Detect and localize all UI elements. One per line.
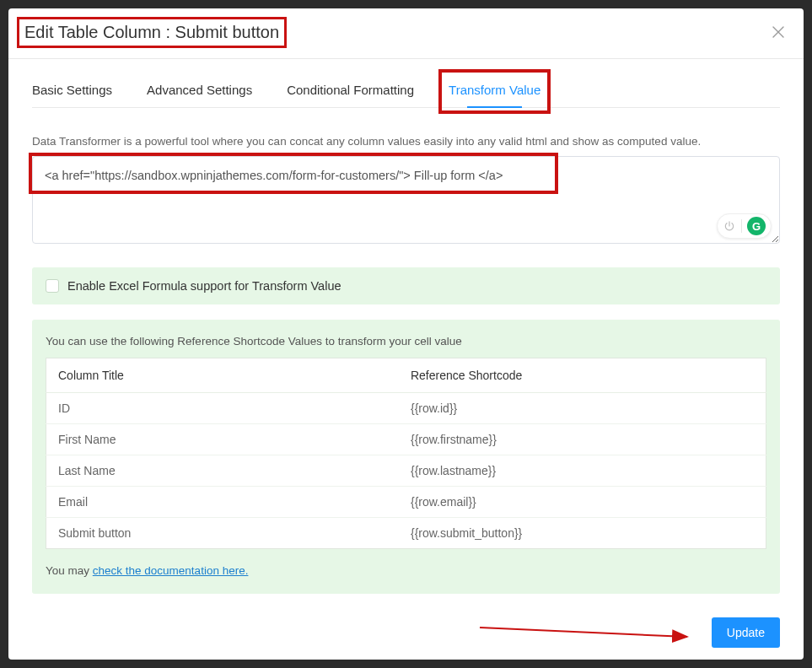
modal-title: Edit Table Column : Submit button	[19, 19, 284, 46]
table-row: Email{{row.email}}	[46, 487, 766, 518]
table-row: First Name{{row.firstname}}	[46, 424, 766, 455]
cell-shortcode: {{row.email}}	[399, 487, 766, 518]
tab-basic-settings[interactable]: Basic Settings	[32, 74, 112, 107]
cell-shortcode: {{row.firstname}}	[399, 424, 766, 455]
close-icon[interactable]	[770, 24, 787, 41]
modal-footer: Update	[8, 606, 804, 660]
table-row: Last Name{{row.lastname}}	[46, 455, 766, 487]
cell-title: First Name	[46, 424, 399, 455]
reference-description: You can use the following Reference Shor…	[46, 335, 766, 347]
tab-advanced-settings[interactable]: Advanced Settings	[147, 74, 252, 107]
title-annotation-box: Edit Table Column : Submit button	[17, 17, 287, 48]
modal-header: Edit Table Column : Submit button	[8, 8, 804, 59]
documentation-line: You may check the documentation here.	[46, 564, 766, 577]
col-header-shortcode: Reference Shortcode	[399, 358, 766, 393]
documentation-link[interactable]: check the documentation here.	[93, 564, 249, 577]
excel-formula-checkbox[interactable]	[46, 279, 59, 293]
cell-title: ID	[46, 393, 399, 424]
tabs-bar: Basic Settings Advanced Settings Conditi…	[32, 74, 780, 108]
power-icon[interactable]	[723, 219, 736, 233]
tab-conditional-formatting[interactable]: Conditional Formatting	[287, 74, 414, 107]
cell-title: Email	[46, 487, 399, 518]
cell-title: Last Name	[46, 455, 399, 487]
reference-table: Column Title Reference Shortcode ID{{row…	[46, 358, 766, 549]
col-header-title: Column Title	[46, 358, 399, 393]
edit-column-modal: Edit Table Column : Submit button Basic …	[8, 8, 804, 660]
cell-shortcode: {{row.submit_button}}	[399, 518, 766, 549]
control-divider	[741, 219, 742, 233]
grammarly-icon[interactable]: G	[747, 217, 766, 235]
modal-body: Basic Settings Advanced Settings Conditi…	[8, 59, 804, 606]
transform-value-input[interactable]	[32, 156, 780, 244]
update-button[interactable]: Update	[712, 617, 780, 648]
reference-shortcode-box: You can use the following Reference Shor…	[32, 320, 780, 594]
cell-title: Submit button	[46, 518, 399, 549]
tab-transform-value-label: Transform Value	[449, 83, 540, 97]
excel-formula-label: Enable Excel Formula support for Transfo…	[67, 279, 341, 293]
arrow-annotation-icon	[476, 624, 696, 644]
svg-line-0	[480, 628, 687, 637]
cell-shortcode: {{row.id}}	[399, 393, 766, 424]
transform-textarea-wrap: G	[32, 156, 780, 247]
cell-shortcode: {{row.lastname}}	[399, 455, 766, 487]
textarea-corner-controls: G	[717, 213, 772, 239]
table-row: Submit button{{row.submit_button}}	[46, 518, 766, 549]
doc-prefix: You may	[46, 564, 93, 577]
table-row: ID{{row.id}}	[46, 393, 766, 424]
table-header-row: Column Title Reference Shortcode	[46, 358, 766, 393]
tab-transform-value[interactable]: Transform Value	[449, 74, 540, 107]
excel-formula-checkbox-row: Enable Excel Formula support for Transfo…	[32, 267, 780, 304]
transform-description: Data Transformer is a powerful tool wher…	[32, 135, 780, 148]
